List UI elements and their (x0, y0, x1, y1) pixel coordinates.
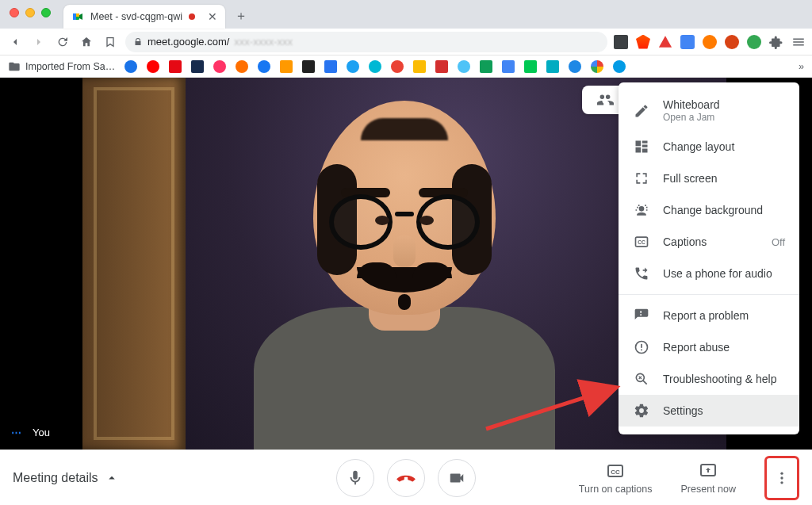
menu-help-label: Troubleshooting & help (663, 373, 776, 385)
toggle-camera-button[interactable] (438, 459, 476, 497)
meet-favicon-icon (71, 10, 84, 23)
menu-change-layout[interactable]: Change layout (619, 131, 799, 163)
bookmark-icon[interactable] (169, 60, 182, 73)
bookmark-icon[interactable] (147, 60, 159, 73)
menu-phone-audio-label: Use a phone for audio (663, 267, 772, 280)
menu-change-layout-label: Change layout (663, 140, 734, 153)
leave-call-button[interactable] (387, 459, 425, 497)
back-button[interactable] (6, 33, 24, 51)
more-options-button[interactable] (764, 456, 799, 500)
bookmark-icon[interactable] (347, 60, 359, 73)
bookmarks-bar: Imported From Sa… » (0, 55, 812, 78)
layout-icon (633, 139, 650, 155)
turn-on-captions-button[interactable]: CC Turn on captions (579, 461, 653, 495)
red-triangle-ext-icon[interactable] (658, 35, 672, 49)
tile-menu-icon[interactable]: ⋯ (11, 427, 23, 438)
self-label-overlay: ⋯ You (11, 427, 50, 438)
svg-point-15 (780, 481, 783, 484)
menu-report-problem[interactable]: Report a problem (619, 300, 799, 331)
background-icon (633, 202, 650, 218)
extensions-puzzle-icon[interactable] (769, 35, 783, 49)
mute-mic-button[interactable] (336, 459, 374, 497)
bookmark-icon[interactable] (546, 60, 559, 73)
bookmark-icon[interactable] (280, 60, 293, 73)
address-bar: meet.google.com/ xxx-xxxx-xxx (0, 29, 812, 55)
meet-bottom-bar: Meeting details CC Turn on captions Pres… (0, 450, 812, 505)
bookmark-icon[interactable] (502, 60, 515, 73)
bookmark-icon[interactable] (480, 60, 492, 73)
menu-help[interactable]: Troubleshooting & help (619, 363, 799, 395)
dark-orange-ext-icon[interactable] (725, 35, 739, 49)
bookmark-icon[interactable] (413, 60, 426, 73)
menu-captions[interactable]: CC Captions Off (619, 226, 799, 258)
call-controls (336, 459, 476, 497)
maximize-window-button[interactable] (41, 8, 51, 17)
url-input[interactable]: meet.google.com/ xxx-xxxx-xxx (125, 32, 607, 52)
home-button[interactable] (78, 33, 95, 51)
report-icon (633, 339, 650, 355)
reload-button[interactable] (54, 33, 71, 51)
phone-icon (633, 266, 650, 281)
bookmark-icon[interactable] (458, 60, 470, 73)
svg-point-14 (780, 476, 783, 479)
tab-close-button[interactable]: ✕ (208, 10, 217, 23)
menu-fullscreen-label: Full screen (663, 172, 717, 185)
menu-captions-label: Captions (663, 235, 707, 248)
recording-indicator-icon (189, 13, 195, 20)
meet-app: ⋯ You Whiteboard Open a Jam Change layou… (0, 78, 812, 505)
bookmark-icon[interactable] (524, 60, 537, 73)
browser-tab[interactable]: Meet - svd-cqgm-qwi ✕ (63, 5, 225, 29)
menu-whiteboard-sub: Open a Jam (663, 112, 720, 123)
bookmark-icon[interactable] (391, 60, 404, 73)
svg-point-13 (780, 472, 783, 474)
bookmark-icon[interactable] (324, 60, 337, 73)
bookmark-icon[interactable] (435, 60, 448, 73)
green-ext-icon[interactable] (747, 35, 761, 49)
self-name-label: You (33, 427, 50, 438)
new-tab-button[interactable]: ＋ (230, 5, 252, 27)
menu-report-abuse[interactable]: Report abuse (619, 331, 799, 363)
present-now-button[interactable]: Present now (681, 461, 736, 495)
menu-change-background-label: Change background (663, 204, 763, 216)
bookmark-icon[interactable] (591, 60, 603, 73)
svg-text:CC: CC (611, 469, 620, 476)
menu-report-problem-label: Report a problem (663, 309, 749, 322)
meeting-details-button[interactable]: Meeting details (13, 471, 119, 485)
bookmark-icon[interactable] (191, 60, 204, 73)
bookmark-folder[interactable]: Imported From Sa… (8, 60, 115, 73)
menu-fullscreen[interactable]: Full screen (619, 163, 799, 194)
menu-captions-state: Off (772, 236, 785, 248)
pencil-icon (633, 103, 650, 119)
window-titlebar: Meet - svd-cqgm-qwi ✕ ＋ (0, 0, 812, 29)
translate-ext-icon[interactable] (680, 35, 695, 49)
bookmark-folder-label: Imported From Sa… (25, 61, 115, 72)
bookmark-icon[interactable] (124, 60, 137, 73)
svg-rect-7 (641, 350, 642, 351)
bookmark-icon[interactable] (213, 60, 226, 73)
menu-change-background[interactable]: Change background (619, 194, 799, 226)
orange-ext-icon[interactable] (703, 35, 717, 49)
bookmark-button[interactable] (102, 33, 119, 51)
camera-ext-icon[interactable] (614, 35, 628, 49)
bookmark-icon[interactable] (236, 60, 248, 73)
gear-icon (633, 403, 650, 419)
fullscreen-icon (633, 170, 650, 186)
menu-settings[interactable]: Settings (619, 395, 799, 427)
bookmark-icon[interactable] (369, 60, 381, 73)
menu-phone-audio[interactable]: Use a phone for audio (619, 258, 799, 289)
close-window-button[interactable] (10, 8, 19, 17)
forward-button[interactable] (30, 33, 48, 51)
menu-settings-label: Settings (663, 404, 703, 417)
bookmark-icon[interactable] (258, 60, 270, 73)
bookmarks-overflow-button[interactable]: » (799, 61, 804, 72)
menu-whiteboard[interactable]: Whiteboard Open a Jam (619, 90, 799, 131)
bookmark-icon[interactable] (569, 60, 581, 73)
bookmark-icon[interactable] (302, 60, 315, 73)
menu-separator (619, 294, 799, 295)
minimize-window-button[interactable] (25, 8, 35, 17)
bookmark-icon[interactable] (613, 60, 626, 73)
browser-menu-button[interactable] (791, 35, 806, 49)
brave-ext-icon[interactable] (636, 35, 650, 49)
bookmark-icons-row (124, 60, 789, 73)
feedback-icon (633, 308, 650, 323)
